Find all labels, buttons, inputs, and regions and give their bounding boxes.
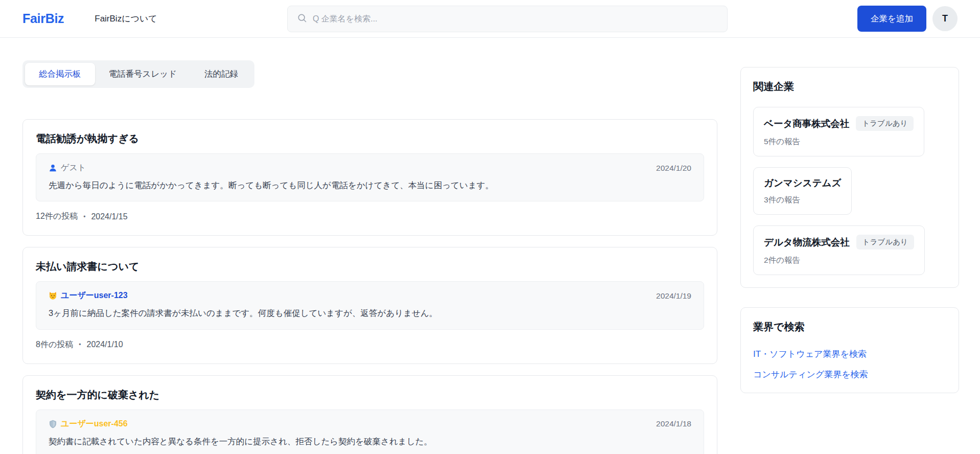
post: ユーザーuser-456 2024/1/18 契約書に記載されていた内容と異なる… xyxy=(36,410,704,454)
cat-icon xyxy=(49,291,57,300)
thread-footer: 12件の投稿 • 2024/1/15 xyxy=(36,211,704,222)
trouble-badge: トラブルあり xyxy=(856,235,914,249)
shield-icon xyxy=(49,420,57,428)
company-report-count: 5件の報告 xyxy=(764,137,914,147)
thread-card: 未払い請求書について ユーザーuser-123 2024/1/19 xyxy=(22,247,717,364)
tab[interactable]: 電話番号スレッド xyxy=(95,63,191,85)
post-author-name[interactable]: ゲスト xyxy=(61,163,86,173)
thread-date: 2024/1/15 xyxy=(91,212,127,221)
industry-search-link[interactable]: コンサルティング業界を検索 xyxy=(753,369,946,380)
logo[interactable]: FairBiz xyxy=(22,11,64,26)
post: ゲスト 2024/1/20 先週から毎日のように電話がかかってきます。断っても断… xyxy=(36,153,704,201)
thread-card: 電話勧誘が執拗すぎる ゲスト 2024/1/20 先週から毎日のように電話がかか… xyxy=(22,119,717,236)
post-content: 3ヶ月前に納品した案件の請求書が未払いのままです。何度も催促していますが、返答が… xyxy=(49,308,691,319)
add-company-button[interactable]: 企業を追加 xyxy=(857,6,926,32)
post-head: ユーザーuser-123 2024/1/19 xyxy=(49,290,691,301)
thread-title[interactable]: 未払い請求書について xyxy=(36,260,704,274)
company-head: ガンマシステムズ xyxy=(764,176,841,189)
company-list: ベータ商事株式会社 トラブルあり 5件の報告 ガンマシステムズ 3件の報告 デル… xyxy=(753,107,946,275)
thread-title[interactable]: 契約を一方的に破棄された xyxy=(36,388,704,402)
post-author-name[interactable]: ユーザーuser-123 xyxy=(61,290,128,301)
person-icon xyxy=(49,164,57,172)
company-report-count: 2件の報告 xyxy=(764,255,914,266)
tab[interactable]: 総合掲示板 xyxy=(25,63,95,85)
company-card[interactable]: ガンマシステムズ 3件の報告 xyxy=(753,167,852,215)
nav-about-link[interactable]: FairBizについて xyxy=(95,13,157,25)
search-input[interactable] xyxy=(313,14,718,24)
main: 総合掲示板 電話番号スレッド 法的記録 電話勧誘が執拗すぎる ゲスト 2024/… xyxy=(0,60,980,454)
bullet-separator: • xyxy=(83,213,85,220)
tab[interactable]: 法的記録 xyxy=(191,63,252,85)
avatar[interactable]: T xyxy=(932,6,958,31)
post-date: 2024/1/18 xyxy=(656,419,691,428)
post-head: ユーザーuser-456 2024/1/18 xyxy=(49,419,691,429)
post-count: 12件の投稿 xyxy=(36,211,78,222)
company-name: ベータ商事株式会社 xyxy=(764,117,849,130)
company-report-count: 3件の報告 xyxy=(764,195,841,206)
post-content: 契約書に記載されていた内容と異なる条件を一方的に提示され、拒否したら契約を破棄さ… xyxy=(49,436,691,447)
company-head: デルタ物流株式会社 トラブルあり xyxy=(764,235,914,249)
header: FairBiz FairBizについて 企業を追加 T xyxy=(0,0,980,38)
trouble-badge: トラブルあり xyxy=(856,116,914,131)
search-box[interactable] xyxy=(287,6,728,32)
post-author-name[interactable]: ユーザーuser-456 xyxy=(61,419,128,429)
company-card[interactable]: デルタ物流株式会社 トラブルあり 2件の報告 xyxy=(753,225,925,275)
related-companies-panel: 関連企業 ベータ商事株式会社 トラブルあり 5件の報告 ガンマシステムズ 3件の… xyxy=(740,67,959,288)
header-right: 企業を追加 T xyxy=(857,6,958,32)
industry-search-link[interactable]: IT・ソフトウェア業界を検索 xyxy=(753,348,946,360)
industry-links: IT・ソフトウェア業界を検索 コンサルティング業界を検索 xyxy=(753,348,946,380)
post-count: 8件の投稿 xyxy=(36,339,73,350)
post-head: ゲスト 2024/1/20 xyxy=(49,163,691,173)
post-date: 2024/1/19 xyxy=(656,291,691,301)
search-icon xyxy=(297,13,307,25)
company-card[interactable]: ベータ商事株式会社 トラブルあり 5件の報告 xyxy=(753,107,924,156)
industry-search-panel: 業界で検索 IT・ソフトウェア業界を検索 コンサルティング業界を検索 xyxy=(740,307,959,393)
sidebar: 関連企業 ベータ商事株式会社 トラブルあり 5件の報告 ガンマシステムズ 3件の… xyxy=(740,67,959,393)
bullet-separator: • xyxy=(79,341,81,348)
company-name: ガンマシステムズ xyxy=(764,176,841,189)
industry-search-heading: 業界で検索 xyxy=(753,320,946,334)
tab-bar: 総合掲示板 電話番号スレッド 法的記録 xyxy=(22,60,254,88)
company-name: デルタ物流株式会社 xyxy=(764,236,850,248)
thread-list: 電話勧誘が執拗すぎる ゲスト 2024/1/20 先週から毎日のように電話がかか… xyxy=(22,119,717,454)
thread-footer: 8件の投稿 • 2024/1/10 xyxy=(36,339,704,350)
post-content: 先週から毎日のように電話がかかってきます。断っても断っても同じ人が電話をかけてき… xyxy=(49,180,691,191)
company-head: ベータ商事株式会社 トラブルあり xyxy=(764,116,914,131)
thread-date: 2024/1/10 xyxy=(86,340,123,349)
thread-card: 契約を一方的に破棄された ユーザーuser-456 2024/1/18 契約書に… xyxy=(22,375,717,454)
post-date: 2024/1/20 xyxy=(656,164,691,173)
related-companies-heading: 関連企業 xyxy=(753,80,946,94)
thread-title[interactable]: 電話勧誘が執拗すぎる xyxy=(36,132,704,146)
content-column: 総合掲示板 電話番号スレッド 法的記録 電話勧誘が執拗すぎる ゲスト 2024/… xyxy=(22,60,717,454)
post: ユーザーuser-123 2024/1/19 3ヶ月前に納品した案件の請求書が未… xyxy=(36,281,704,329)
